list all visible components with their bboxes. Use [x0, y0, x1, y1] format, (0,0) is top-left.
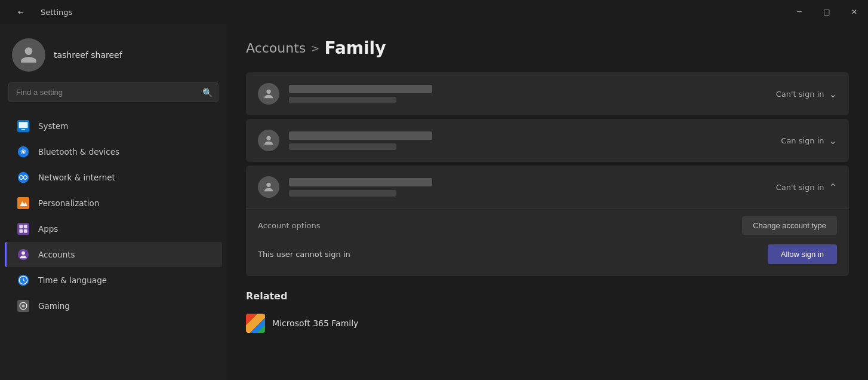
close-button[interactable]: ✕ — [841, 0, 868, 24]
related-item-microsoft365[interactable]: Microsoft 365 Family — [246, 308, 849, 339]
family-member-1: Can't sign in ⌄ — [246, 72, 849, 115]
svg-rect-9 — [24, 225, 27, 228]
member-1-status-label: Can't sign in — [776, 90, 824, 99]
sidebar-item-label-network: Network & internet — [38, 173, 115, 182]
member-1-email-blur — [289, 97, 396, 103]
svg-rect-8 — [19, 225, 23, 228]
svg-rect-11 — [24, 229, 27, 233]
member-3-chevron-icon: ⌃ — [829, 182, 837, 193]
accounts-icon — [17, 248, 30, 261]
member-3-status: Can't sign in ⌃ — [776, 182, 837, 193]
svg-point-21 — [266, 90, 270, 94]
member-2-status-label: Can sign in — [781, 136, 824, 145]
family-member-2: Can sign in ⌄ — [246, 119, 849, 162]
sidebar-item-label-bluetooth: Bluetooth & devices — [38, 147, 119, 157]
member-2-chevron-icon: ⌄ — [829, 135, 837, 146]
change-account-type-button[interactable]: Change account type — [742, 216, 837, 235]
member-3-status-label: Can't sign in — [776, 183, 824, 192]
titlebar: ← Settings ─ □ ✕ — [0, 0, 868, 24]
related-section: Related Microsoft 365 Family — [246, 290, 849, 339]
main-content: Accounts > Family Can't sign in — [227, 24, 868, 380]
search-box[interactable]: 🔍 — [8, 82, 218, 102]
sidebar-item-label-gaming: Gaming — [38, 301, 70, 311]
back-button[interactable]: ← — [7, 0, 35, 24]
member-1-chevron-icon: ⌄ — [829, 88, 837, 100]
member-3-avatar — [258, 176, 279, 198]
sidebar-item-time[interactable]: Time & language — [5, 268, 222, 293]
microsoft365-icon — [246, 314, 265, 333]
nav-list: System ❀ Bluetooth & devices — [0, 111, 227, 380]
personalization-icon — [17, 197, 30, 210]
member-2-status: Can sign in ⌄ — [781, 135, 837, 146]
cannot-sign-label: This user cannot sign in — [258, 250, 350, 259]
member-1-status: Can't sign in ⌄ — [776, 88, 837, 100]
breadcrumb-separator: > — [310, 42, 319, 54]
related-title: Related — [246, 290, 849, 302]
sidebar-item-label-system: System — [38, 121, 68, 131]
sidebar-item-network[interactable]: Network & internet — [5, 165, 222, 190]
member-2-avatar — [258, 130, 279, 151]
network-icon — [17, 171, 30, 184]
sidebar: tashreef shareef 🔍 System — [0, 24, 227, 380]
member-2-row[interactable]: Can sign in ⌄ — [246, 119, 849, 162]
system-icon — [17, 119, 30, 133]
avatar — [12, 38, 45, 72]
svg-point-20 — [22, 305, 25, 308]
app-title: Settings — [41, 8, 72, 17]
member-2-email-blur — [289, 143, 396, 150]
sidebar-item-label-personalization: Personalization — [38, 198, 99, 208]
member-3-expanded: Account options Change account type This… — [246, 209, 849, 276]
user-name: tashreef shareef — [54, 50, 122, 60]
app-body: tashreef shareef 🔍 System — [0, 24, 868, 380]
family-member-3: Can't sign in ⌃ Account options Change a… — [246, 166, 849, 276]
member-1-row[interactable]: Can't sign in ⌄ — [246, 72, 849, 115]
svg-rect-2 — [21, 129, 26, 130]
sidebar-item-apps[interactable]: Apps — [5, 216, 222, 241]
svg-text:❀: ❀ — [20, 148, 26, 156]
member-2-info — [289, 131, 781, 150]
search-input[interactable] — [8, 82, 218, 102]
allow-sign-in-button[interactable]: Allow sign in — [768, 244, 837, 264]
sidebar-item-gaming[interactable]: Gaming — [5, 293, 222, 318]
time-icon — [17, 274, 30, 287]
search-icon: 🔍 — [202, 88, 213, 97]
bluetooth-icon: ❀ — [17, 145, 30, 158]
titlebar-left: ← Settings — [7, 0, 72, 24]
member-3-email-blur — [289, 190, 396, 197]
maximize-button[interactable]: □ — [813, 0, 841, 24]
sidebar-item-accounts[interactable]: Accounts — [5, 242, 222, 267]
sidebar-item-label-apps: Apps — [38, 224, 58, 234]
sidebar-item-personalization[interactable]: Personalization — [5, 191, 222, 216]
window-controls: ─ □ ✕ — [786, 0, 868, 24]
sidebar-item-system[interactable]: System — [5, 114, 222, 139]
account-options-label: Account options — [258, 221, 321, 230]
svg-rect-1 — [19, 122, 28, 128]
svg-point-13 — [21, 252, 25, 255]
user-profile: tashreef shareef — [0, 24, 227, 82]
sidebar-item-bluetooth[interactable]: ❀ Bluetooth & devices — [5, 139, 222, 164]
breadcrumb-current: Family — [324, 38, 386, 58]
breadcrumb: Accounts > Family — [246, 38, 849, 58]
member-3-info — [289, 178, 776, 197]
apps-icon — [17, 222, 30, 235]
member-2-name-blur — [289, 131, 432, 140]
breadcrumb-accounts[interactable]: Accounts — [246, 41, 306, 56]
svg-rect-7 — [17, 223, 29, 235]
svg-point-23 — [266, 183, 270, 187]
sidebar-item-label-time: Time & language — [38, 275, 107, 285]
svg-point-22 — [266, 136, 270, 140]
sidebar-item-label-accounts: Accounts — [38, 250, 75, 259]
gaming-icon — [17, 299, 30, 312]
member-1-info — [289, 85, 776, 103]
member-1-name-blur — [289, 85, 432, 93]
related-item-label: Microsoft 365 Family — [272, 318, 358, 328]
minimize-button[interactable]: ─ — [786, 0, 813, 24]
svg-rect-10 — [19, 229, 23, 233]
member-1-avatar — [258, 83, 279, 105]
member-3-row[interactable]: Can't sign in ⌃ — [246, 166, 849, 209]
sign-in-row: This user cannot sign in Allow sign in — [258, 244, 837, 264]
account-options-row: Account options Change account type — [258, 216, 837, 235]
member-3-name-blur — [289, 178, 432, 186]
